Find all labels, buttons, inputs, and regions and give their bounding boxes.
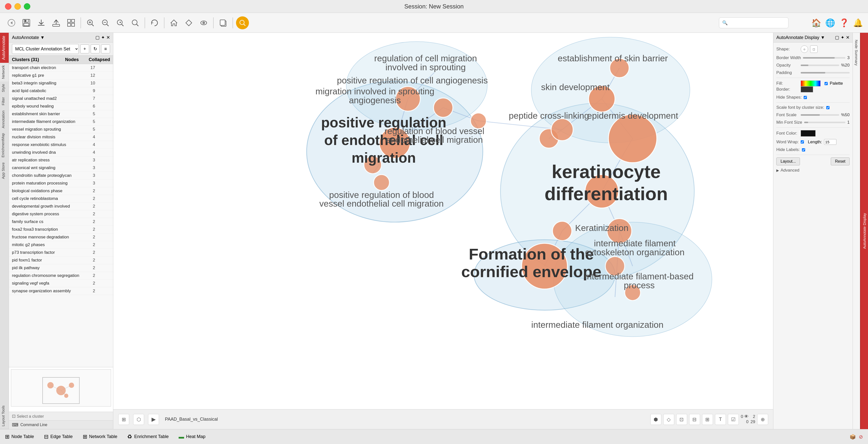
node-table-btn[interactable]: ⊞ Node Table xyxy=(5,434,34,440)
list-item[interactable]: signal unattached mad27 xyxy=(9,95,113,102)
list-item[interactable]: fructose mannose degradation2 xyxy=(9,233,113,241)
zoom-in-btn[interactable] xyxy=(84,17,97,29)
select-box-btn[interactable]: ⊡ xyxy=(676,414,687,425)
list-item[interactable]: canonical wnt signaling3 xyxy=(9,164,113,172)
zoom-level-btn[interactable]: ⊕ xyxy=(757,414,768,425)
list-item[interactable]: establishment skin barrier5 xyxy=(9,110,113,118)
install-icon[interactable]: 📦 xyxy=(849,434,856,440)
scale-font-checkbox[interactable] xyxy=(826,106,830,109)
command-line[interactable]: ⌨ Command Line xyxy=(9,420,113,429)
list-item[interactable]: epiboly wound healing6 xyxy=(9,102,113,110)
heat-map-btn[interactable]: ▬ Heat Map xyxy=(179,434,206,440)
list-item[interactable]: pid foxm1 factor2 xyxy=(9,256,113,264)
padding-slider[interactable] xyxy=(801,72,849,73)
list-item[interactable]: acid lipid catabolic9 xyxy=(9,87,113,95)
font-color-swatch[interactable] xyxy=(801,130,815,136)
reset-zoom-btn[interactable] xyxy=(129,17,142,29)
border-color-swatch[interactable] xyxy=(801,87,813,92)
fill-color-swatch[interactable] xyxy=(801,81,820,87)
shape-square-btn[interactable]: □ xyxy=(810,45,817,53)
import-btn[interactable] xyxy=(35,17,48,29)
list-item[interactable]: beta3 integrin signalling10 xyxy=(9,80,113,87)
menu-btn[interactable]: ≡ xyxy=(101,44,110,53)
autoannotate-tab[interactable]: AutoAnnotate xyxy=(0,33,9,63)
panel-close[interactable]: ✕ xyxy=(106,35,110,40)
globe-icon[interactable]: 🌐 xyxy=(825,18,835,28)
shape-circle-btn[interactable]: ○ xyxy=(801,45,808,53)
node-summary-tab[interactable]: Node Summary xyxy=(854,38,860,68)
fit-btn[interactable] xyxy=(114,17,127,29)
list-item[interactable]: atr replication stress3 xyxy=(9,156,113,164)
rp-minimize[interactable]: ▢ xyxy=(835,35,839,40)
home-icon[interactable]: 🏠 xyxy=(811,18,821,28)
list-item[interactable]: unwinding involved dna4 xyxy=(9,149,113,156)
min-font-size-slider[interactable] xyxy=(804,122,845,123)
opacity-slider[interactable] xyxy=(801,65,839,66)
help-icon[interactable]: ❓ xyxy=(839,18,849,28)
home-btn[interactable] xyxy=(167,17,180,29)
refresh-cluster-btn[interactable]: ↻ xyxy=(91,44,100,53)
enrichment-table-btn[interactable]: ♻ Enrichment Table xyxy=(127,434,169,440)
close-button[interactable] xyxy=(5,3,11,10)
list-item[interactable]: chondroitin sulfate proteoglycan3 xyxy=(9,172,113,180)
save-btn[interactable] xyxy=(20,17,33,29)
hide-shapes-checkbox[interactable] xyxy=(804,96,807,99)
list-item[interactable]: nuclear division mitosis4 xyxy=(9,133,113,141)
diamond-btn[interactable] xyxy=(182,17,195,29)
list-item[interactable]: mitotic g2 phases2 xyxy=(9,241,113,249)
panel-float[interactable]: ✦ xyxy=(101,35,105,40)
list-item[interactable]: digestive system process2 xyxy=(9,210,113,218)
annotation-btn[interactable]: T xyxy=(715,414,726,425)
select-by-color-btn[interactable]: ⊞ xyxy=(702,414,713,425)
list-item[interactable]: foxa2 foxa3 transcription2 xyxy=(9,226,113,233)
list-item[interactable]: p73 transcription factor2 xyxy=(9,249,113,256)
add-cluster-btn[interactable]: + xyxy=(80,44,89,53)
grid-btn[interactable] xyxy=(65,17,78,29)
list-item[interactable]: vessel migration sprouting5 xyxy=(9,126,113,133)
export-btn[interactable]: ▶ xyxy=(148,414,159,425)
list-item[interactable]: regulation chromosome segregation2 xyxy=(9,272,113,280)
network-tab[interactable]: Network xyxy=(0,63,9,82)
select-shape-btn[interactable]: ◇ xyxy=(663,414,674,425)
list-item[interactable]: intermediate filament organization5 xyxy=(9,118,113,126)
select-lasso-btn[interactable]: ⊟ xyxy=(689,414,700,425)
list-item[interactable]: cell cycle retinoblastoma2 xyxy=(9,195,113,203)
hide-labels-checkbox[interactable] xyxy=(802,148,805,152)
list-item[interactable]: signaling vegf vegfa2 xyxy=(9,280,113,287)
list-item[interactable]: family surface cs2 xyxy=(9,218,113,226)
list-item[interactable]: pid ilk pathway2 xyxy=(9,264,113,272)
list-item[interactable]: transport chain electron17 xyxy=(9,64,113,72)
share-btn[interactable] xyxy=(50,17,63,29)
cluster-set-select[interactable]: MCL Cluster Annotation Set xyxy=(12,44,79,54)
reset-btn[interactable]: Reset xyxy=(831,157,849,165)
rp-float[interactable]: ✦ xyxy=(841,35,844,40)
list-item[interactable]: biological oxidations phase2 xyxy=(9,187,113,195)
minimap-canvas[interactable] xyxy=(11,369,111,407)
network-canvas[interactable]: positive regulation of endothelial cell … xyxy=(113,33,773,429)
back-btn[interactable] xyxy=(5,17,18,29)
refresh-btn[interactable] xyxy=(148,17,161,29)
global-search[interactable]: 🔍 xyxy=(719,18,788,28)
list-item[interactable]: replicative g1 pre12 xyxy=(9,72,113,80)
palette-checkbox[interactable] xyxy=(825,82,828,85)
hide-btn[interactable]: ☑ xyxy=(728,414,739,425)
edge-table-btn[interactable]: ⊟ Edge Table xyxy=(44,434,73,440)
annotation-tab[interactable]: Annotation xyxy=(0,108,9,131)
font-scale-slider[interactable] xyxy=(801,114,839,116)
list-item[interactable]: synapse organization assembly2 xyxy=(9,287,113,295)
network-area[interactable]: positive regulation of endothelial cell … xyxy=(113,33,773,429)
rp-close[interactable]: ✕ xyxy=(846,35,849,40)
layout-tools-tab[interactable]: Layout Tools xyxy=(0,403,9,429)
enrichment-map-tab[interactable]: EnrichmentMap xyxy=(0,131,9,160)
stop-icon[interactable]: ⊘ xyxy=(859,434,863,440)
filter-tab[interactable]: Filter xyxy=(0,95,9,108)
search-network-btn[interactable] xyxy=(236,17,249,29)
share-view-btn[interactable]: ⬡ xyxy=(133,414,144,425)
border-width-slider[interactable] xyxy=(803,57,845,59)
length-input[interactable] xyxy=(824,139,836,145)
traffic-lights[interactable] xyxy=(5,3,30,10)
layout-btn[interactable]: Layout... xyxy=(776,157,800,165)
list-item[interactable]: developmental growth involved2 xyxy=(9,203,113,210)
panel-minimize[interactable]: ▢ xyxy=(95,35,100,40)
autoannotate-display-side-tab[interactable]: AutoAnnotate Display xyxy=(860,33,868,429)
